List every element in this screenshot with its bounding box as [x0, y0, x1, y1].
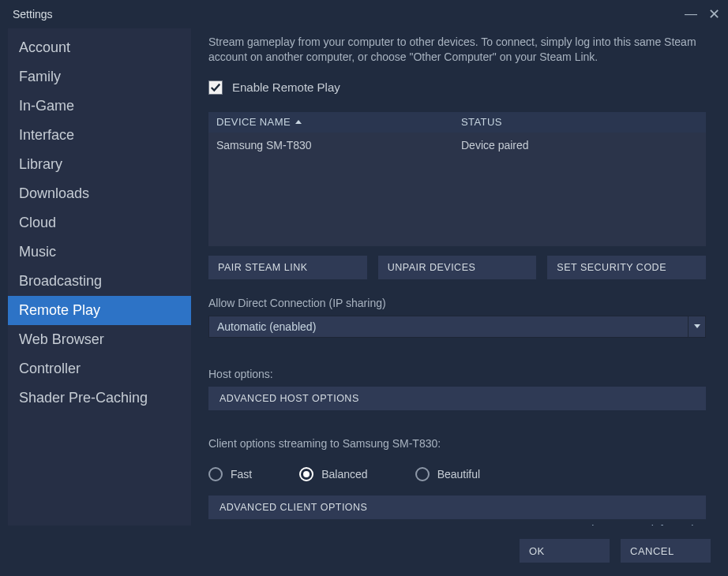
device-table-body: Samsung SM-T830 Device paired: [208, 133, 706, 246]
sidebar-item-cloud[interactable]: Cloud: [8, 208, 191, 238]
client-quality-radios: Fast Balanced Beautiful: [208, 467, 706, 481]
direct-connection-dropdown-button[interactable]: [689, 316, 706, 338]
settings-sidebar: Account Family In-Game Interface Library…: [8, 28, 191, 526]
sidebar-item-library[interactable]: Library: [8, 150, 191, 179]
radio-beautiful[interactable]: Beautiful: [415, 467, 480, 481]
ok-button[interactable]: OK: [520, 539, 610, 563]
direct-connection-select[interactable]: Automatic (enabled): [208, 316, 706, 338]
device-buttons-row: PAIR STEAM LINK UNPAIR DEVICES SET SECUR…: [208, 256, 706, 279]
direct-connection-value: Automatic (enabled): [208, 316, 689, 338]
col-device-name-label: DEVICE NAME: [216, 116, 291, 128]
settings-window: Settings — ✕ Account Family In-Game Inte…: [0, 0, 728, 576]
set-security-code-button[interactable]: SET SECURITY CODE: [547, 256, 706, 279]
radio-icon: [299, 467, 313, 481]
chevron-down-icon: [694, 324, 700, 328]
sidebar-item-remote-play[interactable]: Remote Play: [8, 296, 191, 325]
sidebar-item-web-browser[interactable]: Web Browser: [8, 325, 191, 354]
sidebar-item-shader-precaching[interactable]: Shader Pre-Caching: [8, 383, 191, 413]
titlebar: Settings — ✕: [0, 0, 728, 28]
enable-remote-play-checkbox[interactable]: [208, 80, 223, 95]
close-icon[interactable]: ✕: [708, 6, 720, 23]
device-table-header: DEVICE NAME STATUS: [208, 112, 706, 133]
advanced-client-options-button[interactable]: ADVANCED CLIENT OPTIONS: [208, 496, 706, 519]
sort-ascending-icon: [295, 120, 302, 124]
advanced-host-options-button[interactable]: ADVANCED HOST OPTIONS: [208, 387, 706, 410]
dialog-body: Account Family In-Game Interface Library…: [0, 28, 728, 526]
device-row-name: Samsung SM-T830: [216, 139, 461, 151]
sidebar-item-account[interactable]: Account: [8, 33, 191, 62]
device-row-status: Device paired: [461, 139, 698, 151]
direct-connection-label: Allow Direct Connection (IP sharing): [208, 297, 706, 309]
cancel-button[interactable]: CANCEL: [621, 539, 711, 563]
radio-fast[interactable]: Fast: [208, 467, 252, 481]
settings-content: Stream gameplay from your computer to ot…: [191, 28, 720, 526]
sidebar-item-downloads[interactable]: Downloads: [8, 179, 191, 208]
sidebar-item-in-game[interactable]: In-Game: [8, 92, 191, 121]
radio-icon: [415, 467, 430, 481]
sidebar-item-family[interactable]: Family: [8, 62, 191, 92]
radio-balanced-label: Balanced: [321, 468, 367, 481]
radio-beautiful-label: Beautiful: [437, 468, 480, 481]
col-status[interactable]: STATUS: [461, 116, 698, 128]
device-row[interactable]: Samsung SM-T830 Device paired: [208, 133, 706, 151]
col-device-name[interactable]: DEVICE NAME: [216, 116, 461, 128]
enable-remote-play-label: Enable Remote Play: [232, 80, 340, 94]
device-table: DEVICE NAME STATUS Samsung SM-T830 Devic…: [208, 112, 706, 246]
intro-text: Stream gameplay from your computer to ot…: [208, 35, 706, 65]
sidebar-item-controller[interactable]: Controller: [8, 354, 191, 383]
sidebar-item-broadcasting[interactable]: Broadcasting: [8, 267, 191, 296]
sidebar-item-music[interactable]: Music: [8, 238, 191, 267]
sidebar-item-interface[interactable]: Interface: [8, 121, 191, 150]
radio-balanced[interactable]: Balanced: [299, 467, 367, 481]
enable-remote-play-row[interactable]: Enable Remote Play: [208, 80, 706, 95]
unpair-devices-button[interactable]: UNPAIR DEVICES: [378, 256, 537, 279]
minimize-icon[interactable]: —: [685, 7, 697, 21]
radio-fast-label: Fast: [231, 468, 252, 481]
pair-steam-link-button[interactable]: PAIR STEAM LINK: [208, 256, 367, 279]
window-controls: — ✕: [685, 6, 720, 23]
client-options-label: Client options streaming to Samsung SM-T…: [208, 437, 706, 450]
checkmark-icon: [210, 82, 221, 93]
host-options-label: Host options:: [208, 368, 706, 380]
radio-icon: [208, 467, 223, 481]
dialog-footer: OK CANCEL: [0, 526, 728, 576]
window-title: Settings: [8, 8, 685, 21]
